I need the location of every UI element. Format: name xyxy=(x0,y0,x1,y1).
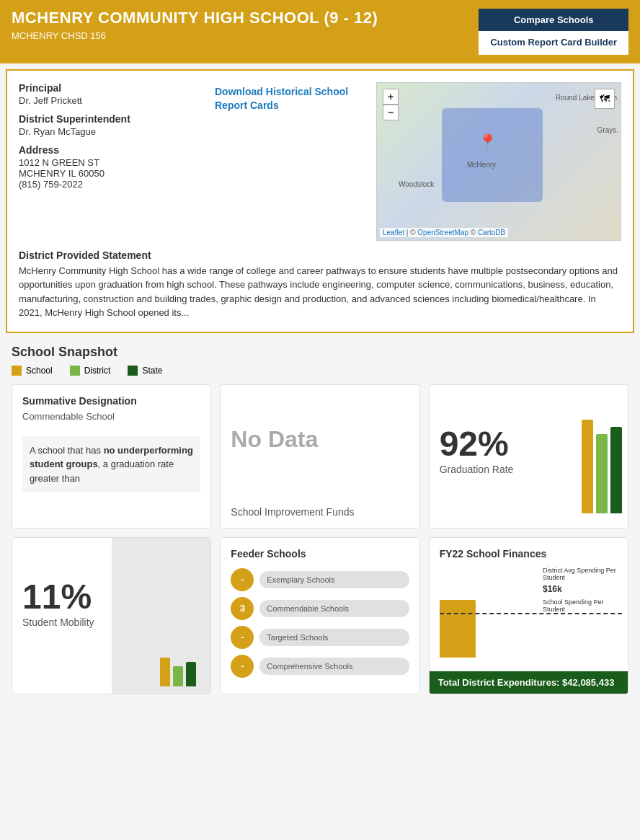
legend-state-color xyxy=(128,366,138,376)
district-avg-label: District Avg Spending Per Student xyxy=(543,567,622,581)
map-controls: + − xyxy=(383,89,399,120)
address-line1: 1012 N GREEN ST xyxy=(19,157,197,168)
map-zoom-out-button[interactable]: − xyxy=(383,105,399,120)
superintendent-label: District Superintendent xyxy=(19,113,197,125)
feeder-card: Feeder Schools - Exemplary Schools 3 Com… xyxy=(220,537,419,694)
feeder-bar-comprehensive: Comprehensive Schools xyxy=(259,658,409,675)
summative-subtitle: Commendable School xyxy=(22,411,200,422)
graduation-card: 92% Graduation Rate xyxy=(429,384,628,529)
leaflet-link[interactable]: Leaflet xyxy=(383,229,404,236)
map-mc-label: McHenry xyxy=(467,161,496,169)
feeder-row-exemplary: - Exemplary Schools xyxy=(231,568,409,591)
download-link[interactable]: Download Historical School Report Cards xyxy=(215,85,359,113)
school-improvement-label: School Improvement Funds xyxy=(231,485,409,518)
legend-state: State xyxy=(128,366,162,376)
district-avg-value: $16k xyxy=(543,584,622,594)
feeder-circle-exemplary: - xyxy=(231,568,254,591)
feeder-bar-commendable: Commendable Schools xyxy=(259,600,409,617)
school-title: MCHENRY COMMUNITY HIGH SCHOOL (9 - 12) xyxy=(12,9,378,27)
mobility-card: 11% Student Mobility xyxy=(12,537,211,694)
info-left: Principal Dr. Jeff Prickett District Sup… xyxy=(19,82,197,241)
mobility-bar-state xyxy=(186,662,196,686)
no-data-text: No Data xyxy=(231,395,409,485)
header-left: MCHENRY COMMUNITY HIGH SCHOOL (9 - 12) M… xyxy=(12,9,378,41)
bar-district xyxy=(596,434,608,513)
mobility-label: Student Mobility xyxy=(22,616,200,628)
superintendent-name: Dr. Ryan McTague xyxy=(19,126,197,137)
finance-dashed-line xyxy=(440,613,622,614)
district-statement-text: McHenry Community High School has a wide… xyxy=(19,264,621,320)
map-container: 📍 Woodstock Round Lake Beach McHenry Gra… xyxy=(376,82,621,241)
feeder-circle-comprehensive: - xyxy=(231,655,254,678)
mobility-bar-district xyxy=(173,666,183,686)
finance-bar-school xyxy=(440,600,476,658)
address-phone: (815) 759-2022 xyxy=(19,179,197,190)
feeder-bar-targeted: Targeted Schools xyxy=(259,629,409,646)
feeder-row-targeted: - Targeted Schools xyxy=(231,626,409,649)
cards-row-1: Summative Designation Commendable School… xyxy=(12,384,628,529)
legend-school-color xyxy=(12,366,22,376)
finance-bar-area xyxy=(440,593,483,658)
map-woodstock-label: Woodstock xyxy=(399,180,434,188)
snapshot-section: School Snapshot School District State Su… xyxy=(0,339,640,709)
district-statement-label: District Provided Statement xyxy=(19,249,621,261)
school-subtitle: MCHENRY CHSD 156 xyxy=(12,30,378,41)
legend-district: District xyxy=(70,366,111,376)
header: MCHENRY COMMUNITY HIGH SCHOOL (9 - 12) M… xyxy=(0,0,640,63)
mobility-value: 11% xyxy=(22,577,200,616)
map-footer: Leaflet | © OpenStreetMap © CartoDB xyxy=(380,228,508,237)
summative-title: Summative Designation xyxy=(22,395,200,407)
mobility-bars xyxy=(160,658,196,686)
compare-schools-button[interactable]: Compare Schools xyxy=(479,9,628,31)
address-line2: MCHENRY IL 60050 xyxy=(19,168,197,179)
summative-body: A school that has no underperforming stu… xyxy=(22,436,200,493)
cards-row-2: 11% Student Mobility Feeder Schools - Ex… xyxy=(12,537,628,694)
feeder-circle-commendable: 3 xyxy=(231,597,254,620)
mobility-bar-school xyxy=(160,658,170,686)
bar-state xyxy=(610,427,622,513)
finance-title: FY22 School Finances xyxy=(440,548,618,560)
finance-footer: Total District Expenditures: $42,085,433 xyxy=(430,671,628,694)
summative-card: Summative Designation Commendable School… xyxy=(12,384,211,529)
feeder-title: Feeder Schools xyxy=(231,548,409,560)
snapshot-title: School Snapshot xyxy=(12,345,628,360)
finance-total-label: Total District Expenditures: xyxy=(438,677,560,688)
feeder-row-commendable: 3 Commendable Schools xyxy=(231,597,409,620)
finance-card: FY22 School Finances District Avg Spendi… xyxy=(429,537,628,694)
feeder-circle-targeted: - xyxy=(231,626,254,649)
legend-district-color xyxy=(70,366,80,376)
school-spending-label: School Spending Per Student xyxy=(543,598,622,613)
address-label: Address xyxy=(19,144,197,156)
finance-total-value: $42,085,433 xyxy=(562,677,614,688)
graduation-bar-chart xyxy=(582,399,622,513)
map-layers-icon[interactable]: 🗺 xyxy=(595,89,615,109)
map-zoom-in-button[interactable]: + xyxy=(383,89,399,105)
info-section: Principal Dr. Jeff Prickett District Sup… xyxy=(6,69,634,333)
map-gray-label: Grays. xyxy=(597,126,618,134)
custom-report-button[interactable]: Custom Report Card Builder xyxy=(479,31,628,55)
feeder-row-comprehensive: - Comprehensive Schools xyxy=(231,655,409,678)
feeder-bar-exemplary: Exemplary Schools xyxy=(259,571,409,588)
finance-legend: District Avg Spending Per Student $16k S… xyxy=(543,567,622,613)
bar-school xyxy=(582,420,593,513)
header-buttons: Compare Schools Custom Report Card Build… xyxy=(479,9,628,55)
principal-name: Dr. Jeff Prickett xyxy=(19,95,197,106)
info-top: Principal Dr. Jeff Prickett District Sup… xyxy=(19,82,621,241)
school-improvement-card: No Data School Improvement Funds xyxy=(220,384,419,529)
map-pin: 📍 xyxy=(478,133,497,152)
legend: School District State xyxy=(12,366,628,376)
info-center: Download Historical School Report Cards xyxy=(215,82,359,241)
legend-school: School xyxy=(12,366,53,376)
summative-prefix: A school that has xyxy=(30,445,104,456)
map-attribution: | © OpenStreetMap © CartoDB xyxy=(406,229,505,236)
principal-label: Principal xyxy=(19,82,197,94)
